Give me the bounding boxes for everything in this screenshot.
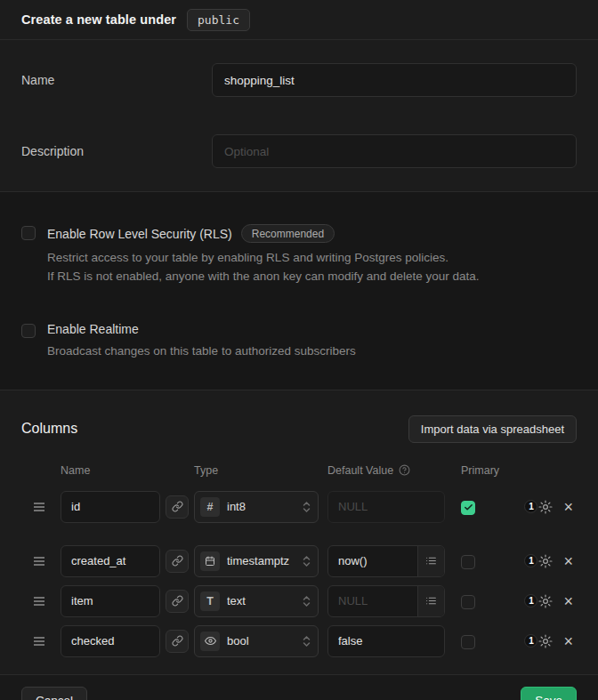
rls-description-line1: Restrict access to your table by enablin…: [47, 251, 448, 264]
primary-checkbox[interactable]: [461, 501, 475, 515]
remove-column-icon[interactable]: ×: [563, 633, 573, 649]
table-name-input[interactable]: [212, 63, 577, 97]
name-row: Name: [21, 63, 577, 97]
create-table-panel: Create a new table under public Name Des…: [0, 0, 598, 700]
default-value-input[interactable]: [328, 546, 417, 576]
chevron-updown-icon: [303, 555, 311, 567]
column-row-checked: bool 1 ×: [21, 625, 577, 657]
save-button[interactable]: Save: [521, 687, 577, 700]
column-header-type: Type: [194, 464, 327, 477]
calendar-icon: [200, 551, 220, 571]
gear-icon[interactable]: [538, 634, 553, 648]
column-row-id: # int8 1 ×: [21, 491, 577, 523]
rls-description: Restrict access to your table by enablin…: [47, 249, 480, 286]
panel-header: Create a new table under public: [0, 0, 598, 40]
column-header-default-label: Default Value: [327, 464, 393, 477]
rls-toggle-block: Enable Row Level Security (RLS) Recommen…: [21, 224, 577, 286]
gear-icon[interactable]: [538, 554, 553, 568]
chevron-updown-icon: [303, 501, 311, 513]
checkmark-icon: [464, 503, 473, 512]
column-row-item: T text 1 ×: [21, 585, 577, 617]
rls-label: Enable Row Level Security (RLS): [47, 227, 232, 241]
column-type-select[interactable]: bool: [194, 625, 319, 657]
chevron-updown-icon: [303, 595, 311, 607]
settings-count-badge: 1: [524, 594, 537, 607]
column-name-input[interactable]: [61, 625, 160, 657]
column-name-input[interactable]: [61, 585, 160, 617]
column-name-input[interactable]: [61, 491, 160, 523]
default-value-picker-icon[interactable]: [417, 586, 444, 616]
help-circle-icon[interactable]: [399, 464, 410, 476]
table-details-section: Name Description: [0, 40, 598, 192]
default-value-field: [327, 545, 445, 577]
column-name-input[interactable]: [61, 545, 160, 577]
default-value-field: [327, 625, 445, 657]
drag-handle-icon[interactable]: [21, 636, 61, 647]
panel-title: Create a new table under: [21, 12, 176, 27]
primary-checkbox[interactable]: [461, 555, 475, 569]
settings-count-badge: 1: [524, 554, 537, 567]
realtime-label: Enable Realtime: [47, 322, 139, 336]
column-header-name: Name: [61, 464, 160, 477]
rls-checkbox[interactable]: [21, 226, 36, 240]
column-type-select[interactable]: T text: [194, 585, 319, 617]
eye-icon: [200, 632, 220, 651]
foreign-key-link-icon[interactable]: [166, 495, 189, 519]
gear-icon[interactable]: [538, 500, 553, 514]
rls-description-line2: If RLS is not enabled, anyone with the a…: [47, 270, 480, 283]
primary-checkbox[interactable]: [461, 595, 475, 609]
primary-checkbox[interactable]: [461, 635, 475, 649]
columns-title: Columns: [21, 421, 77, 437]
realtime-texts: Enable Realtime Broadcast changes on thi…: [47, 322, 356, 361]
settings-count-badge: 1: [524, 500, 537, 513]
remove-column-icon[interactable]: ×: [563, 553, 573, 569]
gear-icon[interactable]: [538, 594, 553, 608]
panel-footer: Cancel Save: [0, 674, 598, 700]
drag-handle-icon[interactable]: [21, 502, 61, 512]
columns-section: Columns Import data via spreadsheet Name…: [0, 390, 598, 674]
column-type-label: text: [227, 594, 295, 607]
remove-column-icon[interactable]: ×: [563, 499, 573, 515]
default-value-input[interactable]: [328, 626, 444, 656]
realtime-checkbox[interactable]: [21, 324, 36, 338]
chevron-updown-icon: [303, 635, 311, 648]
import-spreadsheet-button[interactable]: Import data via spreadsheet: [408, 415, 577, 443]
column-header-default: Default Value: [327, 464, 461, 477]
drag-handle-icon[interactable]: [21, 596, 61, 607]
foreign-key-link-icon[interactable]: [166, 590, 189, 613]
settings-count-badge: 1: [524, 634, 537, 648]
column-type-select[interactable]: # int8: [194, 491, 319, 523]
default-value-field: [327, 585, 445, 617]
foreign-key-link-icon[interactable]: [166, 550, 189, 573]
realtime-description: Broadcast changes on this table to autho…: [47, 342, 356, 361]
column-row-created-at: timestamptz 1 ×: [21, 545, 577, 577]
column-type-label: int8: [227, 500, 295, 513]
remove-column-icon[interactable]: ×: [563, 593, 573, 609]
column-type-label: bool: [227, 634, 295, 648]
default-value-field: [327, 491, 445, 523]
column-type-select[interactable]: timestamptz: [194, 545, 319, 577]
foreign-key-link-icon[interactable]: [166, 630, 189, 653]
table-description-input[interactable]: [212, 134, 577, 168]
column-header-primary: Primary: [461, 464, 497, 477]
default-value-input: [328, 492, 444, 522]
cancel-button[interactable]: Cancel: [21, 687, 87, 700]
description-row: Description: [21, 134, 577, 168]
recommended-badge: Recommended: [241, 224, 335, 243]
default-value-input[interactable]: [328, 586, 417, 616]
columns-table-header: Name Type Default Value Primary: [21, 464, 577, 477]
text-type-icon: T: [200, 591, 220, 611]
realtime-toggle-block: Enable Realtime Broadcast changes on thi…: [21, 322, 577, 361]
schema-badge: public: [187, 9, 250, 31]
hash-icon: #: [200, 497, 220, 517]
drag-handle-icon[interactable]: [21, 556, 61, 567]
table-options-section: Enable Row Level Security (RLS) Recommen…: [0, 192, 598, 390]
name-label: Name: [21, 73, 212, 87]
description-label: Description: [21, 144, 212, 158]
default-value-picker-icon[interactable]: [417, 546, 444, 576]
column-type-label: timestamptz: [227, 554, 295, 567]
rls-texts: Enable Row Level Security (RLS) Recommen…: [47, 224, 480, 286]
